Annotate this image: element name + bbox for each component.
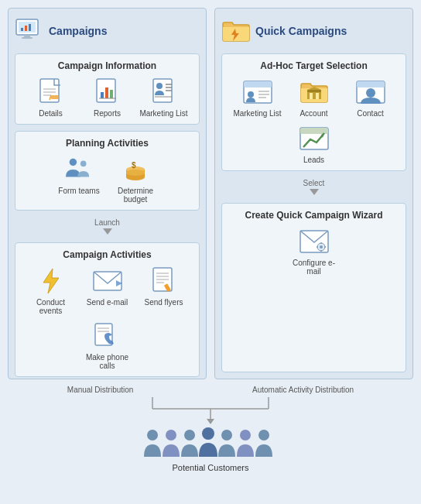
config-email-icon [299,228,329,255]
svg-rect-45 [244,81,272,87]
manual-distribution-label: Manual Distribution [67,386,134,394]
campaigns-header: Campaigns [15,15,200,47]
svg-rect-14 [101,92,104,98]
lightning-icon [40,267,62,295]
contact-label: Contact [357,109,383,118]
svg-point-76 [184,430,195,441]
select-arrow: Select [221,177,406,197]
svg-rect-56 [357,81,385,87]
contact-icon [356,79,385,105]
launch-arrow: Launch [15,217,200,236]
adhoc-marketing-list-label: Marketing List [233,109,281,118]
svg-marker-31 [43,269,59,293]
main-container: Campaigns Campaign Information [0,0,421,504]
svg-point-19 [156,83,163,89]
teams-icon-box [64,155,94,184]
bottom-section: Manual Distribution Automatic Activity D… [8,386,413,472]
reports-icon-box [93,77,122,107]
budget-icon: $ [122,156,149,183]
potential-customers-label: Potential Customers [172,463,248,472]
svg-point-57 [366,88,375,98]
details-item[interactable]: Details [26,77,76,118]
campaigns-title: Campaigns [49,25,107,37]
phone-icon [94,322,122,350]
marketing-list-item[interactable]: Marketing List [139,77,189,118]
planning-icons: Form teams $ [22,155,193,204]
top-section: Campaigns Campaign Information [8,8,413,379]
account-label: Account [299,109,327,118]
leads-icon [299,125,329,152]
flyer-icon-box [149,266,179,296]
email-icon [93,269,122,293]
account-icon-box [299,77,329,107]
automatic-distribution-label: Automatic Activity Distribution [252,386,354,394]
wizard-box: Create Quick Campaign Wizard [221,203,406,372]
campaigns-icon [15,18,44,44]
determine-budget-item[interactable]: $ Determine budget [111,155,161,204]
svg-point-29 [126,170,145,176]
svg-rect-5 [24,35,30,37]
phone-calls-label: Make phone calls [82,353,132,370]
campaign-activities-box: Campaign Activities Conduct events [15,242,200,377]
reports-item[interactable]: Reports [82,77,132,118]
right-panel: Quick Campaigns Ad-Hoc Target Selection [214,8,413,379]
phone-calls-item[interactable]: Make phone calls [82,321,132,370]
svg-rect-16 [110,90,113,98]
leads-item[interactable]: Leads [289,124,339,164]
svg-point-79 [240,430,251,441]
svg-rect-6 [22,37,33,39]
svg-text:$: $ [132,161,136,170]
configure-email-label: Configure e-mail [289,259,339,276]
phone-icon-box [93,321,122,351]
svg-rect-11 [51,95,59,99]
details-label: Details [39,109,63,118]
adhoc-icons: Marketing List [228,77,399,164]
svg-point-74 [147,430,158,441]
lightning-icon-box [36,266,66,296]
svg-rect-50 [307,91,321,99]
quick-campaigns-header: Quick Campaigns [221,15,406,47]
configure-email-item[interactable]: Configure e-mail [289,227,339,276]
svg-rect-15 [105,87,108,98]
teams-icon [64,156,94,183]
svg-point-75 [166,430,176,441]
conduct-events-label: Conduct events [26,298,76,315]
quick-campaigns-title: Quick Campaigns [255,25,347,37]
form-teams-item[interactable]: Form teams [54,155,104,204]
svg-marker-73 [207,419,214,424]
quick-campaigns-icon [221,18,251,44]
svg-rect-52 [316,93,319,99]
mktlist-icon-box [243,77,272,107]
list-icon [152,78,176,106]
campaign-activities-title: Campaign Activities [22,249,193,260]
send-flyers-item[interactable]: Send flyers [139,266,189,315]
mktlist-icon [243,79,272,105]
distribution-labels: Manual Distribution Automatic Activity D… [8,386,413,394]
contact-item[interactable]: Contact [345,77,395,118]
planning-activities-box: Planning Activities [15,131,200,211]
svg-rect-53 [307,90,321,92]
people-icons [143,427,279,460]
form-teams-label: Form teams [58,187,99,195]
email-icon-box [93,266,122,296]
svg-rect-51 [310,93,313,99]
svg-point-77 [202,427,214,440]
send-email-item[interactable]: Send e-mail [82,266,132,315]
left-panel: Campaigns Campaign Information [8,8,207,379]
svg-point-46 [248,91,254,98]
svg-point-78 [221,430,232,441]
svg-rect-4 [29,24,31,31]
adhoc-title: Ad-Hoc Target Selection [228,60,399,71]
wizard-icons: Configure e-mail [228,227,399,276]
campaign-activities-icons: Conduct events Send e-mail [22,266,193,370]
distribution-arrows [94,397,327,424]
determine-budget-label: Determine budget [111,187,161,204]
list-icon-box [149,77,179,107]
conduct-events-item[interactable]: Conduct events [26,266,76,315]
svg-rect-2 [21,28,23,31]
leads-icon-box [299,124,329,153]
account-item[interactable]: Account [289,77,339,118]
adhoc-marketing-list-item[interactable]: Marketing List [232,77,282,118]
customers-icon [143,427,279,460]
contact-icon-box [356,77,385,107]
